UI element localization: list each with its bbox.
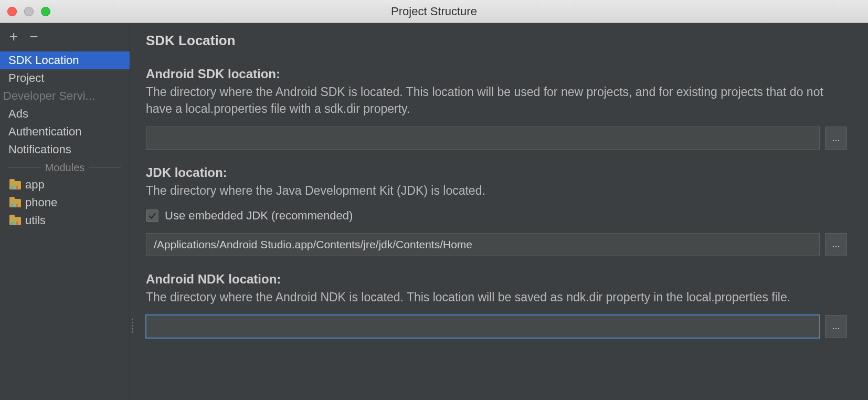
module-item-utils[interactable]: utils xyxy=(0,212,130,229)
remove-button[interactable]: − xyxy=(29,31,38,42)
sdk-location-input[interactable] xyxy=(146,127,820,150)
sidebar: + − SDK Location Project Developer Servi… xyxy=(0,23,130,400)
maximize-window-button[interactable] xyxy=(41,7,50,16)
jdk-location-block: JDK location: The directory where the Ja… xyxy=(146,165,847,256)
module-folder-icon xyxy=(9,198,21,207)
ndk-location-block: Android NDK location: The directory wher… xyxy=(146,272,847,338)
ndk-location-label: Android NDK location: xyxy=(146,272,847,287)
sidebar-resize-handle[interactable] xyxy=(130,315,134,336)
window-controls xyxy=(7,7,50,16)
close-window-button[interactable] xyxy=(7,7,17,16)
sdk-location-block: Android SDK location: The directory wher… xyxy=(146,67,847,150)
jdk-location-input[interactable] xyxy=(146,233,820,256)
page-title: SDK Location xyxy=(146,33,847,49)
module-item-phone[interactable]: phone xyxy=(0,194,130,212)
sidebar-item-label: Project xyxy=(8,71,44,85)
titlebar: Project Structure xyxy=(0,0,868,23)
sdk-location-label: Android SDK location: xyxy=(146,67,847,81)
jdk-location-desc: The directory where the Java Development… xyxy=(146,182,847,199)
use-embedded-jdk-label: Use embedded JDK (recommended) xyxy=(165,209,353,223)
window-title: Project Structure xyxy=(391,5,477,18)
sidebar-item-label: Notifications xyxy=(8,143,71,156)
ellipsis-icon: ... xyxy=(832,239,840,250)
use-embedded-jdk-row: Use embedded JDK (recommended) xyxy=(146,209,847,223)
module-label: phone xyxy=(25,196,57,209)
ellipsis-icon: ... xyxy=(832,133,840,144)
sidebar-item-sdk-location[interactable]: SDK Location xyxy=(0,51,130,69)
module-item-app[interactable]: app xyxy=(0,176,130,194)
sidebar-section-developer-services: Developer Servi... xyxy=(0,87,130,105)
minimize-window-button[interactable] xyxy=(24,7,34,16)
sdk-location-desc: The directory where the Android SDK is l… xyxy=(146,83,847,117)
module-label: utils xyxy=(25,214,46,227)
checkmark-icon xyxy=(147,211,157,220)
module-folder-icon xyxy=(9,180,21,190)
sidebar-item-notifications[interactable]: Notifications xyxy=(0,141,130,159)
sidebar-section-modules: Modules xyxy=(0,159,130,176)
sidebar-item-label: Ads xyxy=(8,107,28,120)
sidebar-toolbar: + − xyxy=(0,26,130,51)
use-embedded-jdk-checkbox[interactable] xyxy=(146,209,158,222)
sidebar-item-label: SDK Location xyxy=(8,54,79,67)
sidebar-item-label: Authentication xyxy=(8,125,81,138)
module-label: app xyxy=(25,178,45,192)
ndk-location-desc: The directory where the Android NDK is l… xyxy=(146,289,847,306)
jdk-browse-button[interactable]: ... xyxy=(825,233,847,256)
sidebar-item-ads[interactable]: Ads xyxy=(0,105,130,123)
main-panel: SDK Location Android SDK location: The d… xyxy=(130,23,868,400)
ndk-location-input[interactable] xyxy=(146,315,820,338)
ellipsis-icon: ... xyxy=(832,321,840,332)
add-button[interactable]: + xyxy=(9,31,18,42)
module-folder-icon xyxy=(9,216,21,225)
ndk-browse-button[interactable]: ... xyxy=(825,315,847,338)
sidebar-item-project[interactable]: Project xyxy=(0,69,130,87)
jdk-location-label: JDK location: xyxy=(146,165,847,180)
sdk-browse-button[interactable]: ... xyxy=(825,127,847,150)
sidebar-item-authentication[interactable]: Authentication xyxy=(0,123,130,141)
modules-header-label: Modules xyxy=(45,162,85,174)
